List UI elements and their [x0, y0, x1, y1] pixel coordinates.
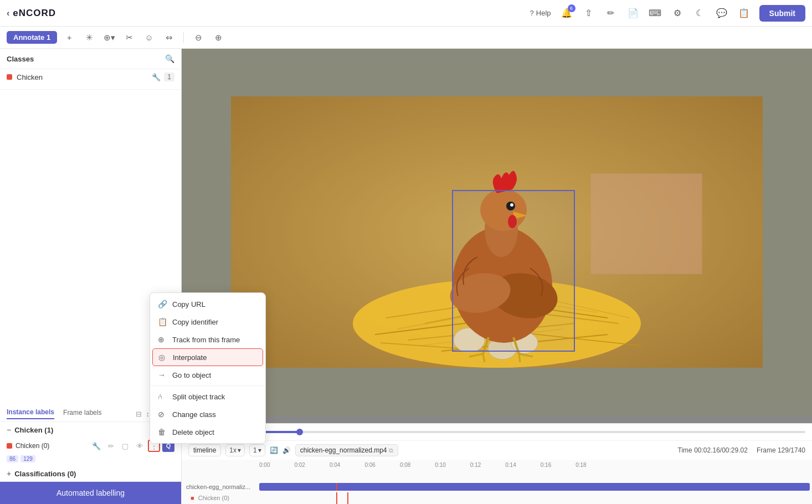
instance-tool-icon[interactable]: 🔧 [90, 440, 102, 452]
pen-icon[interactable]: ✏ [604, 7, 618, 20]
class-color-chip [7, 74, 12, 80]
classes-title: Classes [7, 55, 34, 63]
sidebar: Classes 🔍 Chicken 🔧 1 Instance labels Fr… [0, 49, 182, 504]
class-tool-icon[interactable]: 🔧 [152, 73, 161, 81]
frame-step-chevron: ▾ [258, 446, 261, 454]
tab-frame-labels[interactable]: Frame labels [63, 409, 101, 419]
menu-split-track-label: Split object track [172, 393, 225, 401]
context-menu: 🔗 Copy URL 📋 Copy identifier ⊕ Track fro… [150, 292, 266, 444]
instance-tag-2: 129 [20, 455, 35, 462]
share-icon[interactable]: ⇧ [582, 7, 595, 20]
menu-interpolate-label: Interpolate [173, 353, 207, 362]
ruler-0:00: 0:00 [259, 462, 270, 468]
frame-select[interactable]: 1 ▾ [249, 444, 265, 456]
ruler-0:18: 0:18 [575, 462, 586, 468]
copy-dropdown-icon[interactable]: ⊕▾ [101, 30, 117, 45]
time-label: Time [678, 446, 692, 454]
menu-copy-url-label: Copy URL [172, 300, 205, 308]
change-class-icon: ⊘ [158, 410, 167, 419]
video-canvas[interactable] [182, 49, 812, 415]
expand-icon[interactable]: ⇔ [161, 30, 177, 45]
class-chicken[interactable]: Chicken 🔧 1 [0, 69, 181, 85]
menu-go-to-object[interactable]: → Go to object [150, 366, 265, 384]
instance-tag-1: 86 [7, 455, 18, 462]
volume-icon[interactable]: 🔊 [282, 446, 291, 454]
speed-select[interactable]: 1x ▾ [225, 444, 245, 456]
toolbar: Annotate 1 + ✳ ⊕▾ ✂ ☺ ⇔ ⊖ ⊕ [0, 27, 812, 49]
svg-line-32 [519, 354, 520, 362]
scissors-icon[interactable]: ✂ [121, 30, 137, 45]
loop-icon[interactable]: 🔄 [270, 446, 278, 454]
speed-value: 1x [229, 446, 237, 454]
track1-bar [259, 483, 810, 491]
ruler-0:12: 0:12 [470, 462, 481, 468]
automated-labelling-button[interactable]: Automated labelling [0, 482, 181, 504]
track1-marker [336, 483, 337, 491]
track1-label: chicken-egg_normaliz... [182, 484, 259, 490]
filename-chip: chicken-egg_normalized.mp4 ⧉ [295, 444, 399, 456]
filename-text: chicken-egg_normalized.mp4 [300, 446, 387, 454]
menu-interpolate[interactable]: ◎ Interpolate [152, 348, 263, 366]
zoom-out-icon[interactable]: ⊖ [191, 30, 206, 45]
star-tool-icon[interactable]: ✳ [81, 30, 97, 45]
instance-tags: 86 129 [7, 455, 174, 462]
time-info: Time 00:02.16/00:29.02 [678, 446, 748, 454]
instance-pen-icon[interactable]: ✏ [105, 440, 117, 452]
menu-copy-identifier[interactable]: 📋 Copy identifier [150, 313, 265, 331]
classes-search-icon[interactable]: 🔍 [165, 54, 174, 63]
add-classification-icon[interactable]: + [7, 469, 11, 478]
add-tool-icon[interactable]: + [61, 30, 77, 45]
playback-bar: ⏮ ⏭ [182, 424, 812, 441]
interpolate-icon: ◎ [158, 353, 167, 362]
classification-title: Classifications (0) [14, 470, 76, 478]
moon-icon[interactable]: ☾ [693, 7, 706, 20]
collapse-icon[interactable]: − [7, 425, 11, 434]
gear-icon[interactable]: ⚙ [671, 7, 684, 20]
help-button[interactable]: ? Help [530, 9, 551, 17]
menu-split-track[interactable]: ⑃ Split object track [150, 388, 265, 405]
timeline[interactable]: 0:00 0:02 0:04 0:06 0:08 0:10 0:12 0:14 … [182, 460, 812, 504]
file-icon[interactable]: 📋 [737, 7, 751, 20]
instance-eye-icon[interactable]: 👁 [133, 440, 146, 452]
instance-name: Chicken (0) [16, 442, 87, 450]
track2-marker2 [347, 492, 348, 504]
ruler-0:06: 0:06 [364, 462, 375, 468]
menu-track-frame[interactable]: ⊕ Track from this frame [150, 331, 265, 348]
menu-copy-url[interactable]: 🔗 Copy URL [150, 295, 265, 313]
instance-rect-icon[interactable]: ▢ [119, 440, 131, 452]
zoom-in-icon[interactable]: ⊕ [210, 30, 226, 45]
split-track-icon: ⑃ [158, 392, 167, 401]
frame-label: Frame [757, 446, 776, 454]
menu-go-to-object-label: Go to object [172, 371, 211, 379]
frame-value: 129/1740 [778, 446, 805, 454]
class-count: 1 [164, 73, 174, 81]
sidebar-bottom: Automated labelling [0, 481, 181, 504]
menu-change-class[interactable]: ⊘ Change class [150, 405, 265, 423]
menu-copy-identifier-label: Copy identifier [172, 318, 218, 326]
class-actions: 🔧 1 [152, 73, 174, 81]
filter-icon[interactable]: ⊟ [136, 410, 142, 418]
svg-rect-35 [591, 174, 702, 274]
ruler-0:16: 0:16 [541, 462, 551, 468]
logo[interactable]: ‹ eNCORD [7, 8, 56, 19]
timeline-label[interactable]: timeline [188, 444, 221, 456]
main: Classes 🔍 Chicken 🔧 1 Instance labels Fr… [0, 49, 812, 504]
tab-instance-labels[interactable]: Instance labels [7, 408, 54, 419]
submit-button[interactable]: Submit [759, 5, 805, 22]
emoji-icon[interactable]: ☺ [141, 30, 157, 45]
menu-delete-object[interactable]: 🗑 Delete object [150, 423, 265, 441]
keyboard-icon[interactable]: ⌨ [649, 7, 662, 20]
annotate-button[interactable]: Annotate 1 [7, 31, 57, 44]
chat-icon[interactable]: 💬 [715, 7, 728, 20]
menu-change-class-label: Change class [172, 410, 216, 419]
controls-row: timeline 1x ▾ 1 ▾ 🔄 🔊 chicken-egg_normal… [182, 441, 812, 460]
instance-color [7, 443, 12, 449]
notification-icon[interactable]: 🔔 6 [560, 7, 573, 20]
progress-track[interactable] [217, 431, 805, 433]
track2-color-dot: ■ [191, 495, 194, 501]
speed-chevron: ▾ [238, 446, 241, 454]
frame-step-value: 1 [253, 446, 257, 454]
back-button[interactable]: ‹ [7, 8, 9, 18]
copy-filename-icon[interactable]: ⧉ [389, 447, 393, 454]
document-icon[interactable]: 📄 [626, 7, 640, 20]
